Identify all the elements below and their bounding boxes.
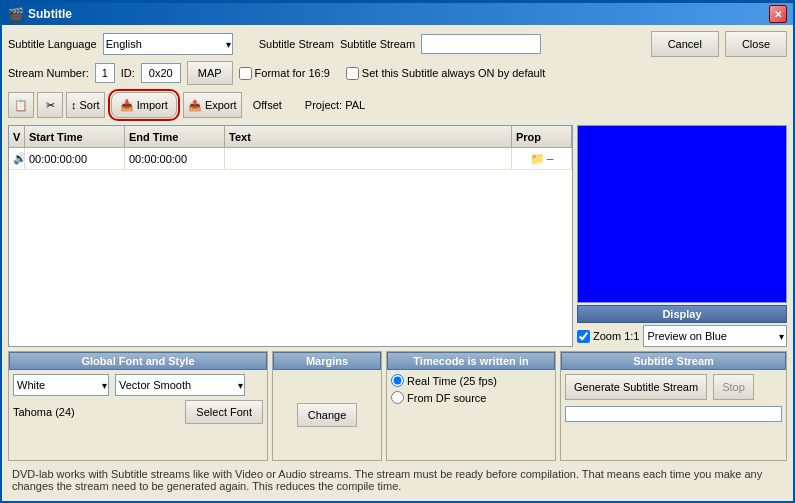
- table-header: V Start Time End Time Text Prop: [9, 126, 572, 148]
- offset-label: Offset: [253, 99, 282, 111]
- font-combo-wrapper: Vector Smooth Arial: [115, 374, 245, 396]
- title-bar: 🎬 Subtitle ✕: [2, 3, 793, 25]
- subtitle-stream-section-content: Generate Subtitle Stream Stop: [561, 370, 786, 460]
- title-close-button[interactable]: ✕: [769, 5, 787, 23]
- paste-button[interactable]: 📋: [8, 92, 34, 118]
- export-icon: 📤: [188, 99, 202, 112]
- import-icon: 📥: [120, 99, 134, 112]
- cancel-button[interactable]: Cancel: [651, 31, 719, 57]
- subtitle-stream-section: Subtitle Stream Generate Subtitle Stream…: [560, 351, 787, 461]
- close-button[interactable]: Close: [725, 31, 787, 57]
- preview-combo-wrapper: Preview on Blue Preview on Black Preview…: [643, 325, 787, 347]
- subtitle-stream-label-text: Subtitle Stream: [340, 38, 415, 50]
- dialog-content: Subtitle Language English Subtitle Strea…: [2, 25, 793, 501]
- generate-row: Generate Subtitle Stream Stop: [565, 374, 782, 400]
- table-body: 🔊 00:00:00:00 00:00:00:00 📁 –: [9, 148, 572, 346]
- import-button-highlight: 📥 Import: [108, 89, 180, 121]
- subtitle-stream-field: [421, 34, 541, 54]
- margins-section: Margins Change: [272, 351, 382, 461]
- sort-button[interactable]: ↕ Sort: [66, 92, 105, 118]
- row-start-time: 00:00:00:00: [25, 148, 125, 169]
- project-label: Project: PAL: [305, 99, 365, 111]
- subtitle-language-label: Subtitle Language: [8, 38, 97, 50]
- sound-icon: 🔊: [13, 152, 25, 165]
- preview-select[interactable]: Preview on Blue Preview on Black Preview…: [643, 325, 787, 347]
- bottom-section: Global Font and Style White Yellow Vecto…: [8, 351, 787, 461]
- real-time-radio[interactable]: [391, 374, 404, 387]
- title-bar-left: 🎬 Subtitle: [8, 7, 72, 22]
- subtitle-stream-section-header: Subtitle Stream: [561, 352, 786, 370]
- row-stream-number: Stream Number: ID: MAP Format for 16:9 S…: [8, 61, 787, 85]
- import-button[interactable]: 📥 Import: [111, 92, 177, 118]
- right-panel: Display Zoom 1:1 Preview on Blue Preview…: [577, 125, 787, 347]
- row-end-time: 00:00:00:00: [125, 148, 225, 169]
- timecode-section: Timecode is written in Real Time (25 fps…: [386, 351, 556, 461]
- margins-content: Change: [273, 370, 381, 460]
- zoom-row: Zoom 1:1 Preview on Blue Preview on Blac…: [577, 325, 787, 347]
- progress-bar: [565, 406, 782, 422]
- global-font-header: Global Font and Style: [9, 352, 267, 370]
- row-subtitle-language: Subtitle Language English Subtitle Strea…: [8, 31, 787, 57]
- row-v: 🔊: [9, 148, 25, 169]
- sort-icon: ↕: [71, 99, 77, 111]
- change-button[interactable]: Change: [297, 403, 358, 427]
- col-text: Text: [225, 126, 512, 147]
- col-prop: Prop: [512, 126, 572, 147]
- font-info-row: Tahoma (24) Select Font: [13, 400, 263, 424]
- subtitle-table: V Start Time End Time Text Prop 🔊 00:00:…: [8, 125, 573, 347]
- footer-text: DVD-lab works with Subtitle streams like…: [8, 465, 787, 495]
- main-area: V Start Time End Time Text Prop 🔊 00:00:…: [8, 125, 787, 347]
- color-select[interactable]: White Yellow: [13, 374, 109, 396]
- header-right-buttons: Cancel Close: [651, 31, 787, 57]
- global-font-section: Global Font and Style White Yellow Vecto…: [8, 351, 268, 461]
- stream-number-input[interactable]: [95, 63, 115, 83]
- zoom-checkbox[interactable]: [577, 330, 590, 343]
- timecode-header: Timecode is written in: [387, 352, 555, 370]
- select-font-button[interactable]: Select Font: [185, 400, 263, 424]
- format-169-label: Format for 16:9: [239, 67, 330, 80]
- margins-header: Margins: [273, 352, 381, 370]
- set-default-label: Set this Subtitle always ON by default: [346, 67, 545, 80]
- col-start-time: Start Time: [25, 126, 125, 147]
- preview-box: [577, 125, 787, 303]
- folder-icon[interactable]: 📁: [530, 152, 545, 166]
- from-df-radio[interactable]: [391, 391, 404, 404]
- global-font-content: White Yellow Vector Smooth Arial T: [9, 370, 267, 460]
- font-color-row: White Yellow Vector Smooth Arial: [13, 374, 263, 396]
- row-prop: 📁 –: [512, 148, 572, 169]
- subtitle-language-combo-wrapper: English: [103, 33, 233, 55]
- col-v: V: [9, 126, 25, 147]
- dialog-icon: 🎬: [8, 7, 24, 22]
- subtitle-language-select[interactable]: English: [103, 33, 233, 55]
- subtitle-stream-label: Subtitle Stream: [259, 38, 334, 50]
- row-text: [225, 148, 512, 169]
- from-df-label: From DF source: [391, 391, 551, 404]
- stop-button[interactable]: Stop: [713, 374, 754, 400]
- subtitle-dialog: 🎬 Subtitle ✕ Subtitle Language English S…: [0, 0, 795, 503]
- left-panel: V Start Time End Time Text Prop 🔊 00:00:…: [8, 125, 573, 347]
- generate-button[interactable]: Generate Subtitle Stream: [565, 374, 707, 400]
- cut-button[interactable]: ✂: [37, 92, 63, 118]
- color-combo-wrapper: White Yellow: [13, 374, 109, 396]
- toolbar: 📋 ✂ ↕ Sort 📥 Import 📤 Export Offset Proj…: [8, 89, 787, 121]
- format-169-checkbox[interactable]: [239, 67, 252, 80]
- display-bar: Display: [577, 305, 787, 323]
- set-default-checkbox[interactable]: [346, 67, 359, 80]
- cut-icon: ✂: [46, 99, 55, 112]
- minus-icon[interactable]: –: [547, 152, 554, 166]
- export-button[interactable]: 📤 Export: [183, 92, 242, 118]
- col-end-time: End Time: [125, 126, 225, 147]
- paste-icon: 📋: [14, 99, 28, 112]
- font-select[interactable]: Vector Smooth Arial: [115, 374, 245, 396]
- zoom-checkbox-label: Zoom 1:1: [577, 330, 639, 343]
- real-time-label: Real Time (25 fps): [391, 374, 551, 387]
- table-row[interactable]: 🔊 00:00:00:00 00:00:00:00 📁 –: [9, 148, 572, 170]
- window-title: Subtitle: [28, 7, 72, 21]
- id-label: ID:: [121, 67, 135, 79]
- font-info: Tahoma (24): [13, 406, 75, 418]
- map-button[interactable]: MAP: [187, 61, 233, 85]
- stream-number-label: Stream Number:: [8, 67, 89, 79]
- id-input[interactable]: [141, 63, 181, 83]
- timecode-content: Real Time (25 fps) From DF source: [387, 370, 555, 460]
